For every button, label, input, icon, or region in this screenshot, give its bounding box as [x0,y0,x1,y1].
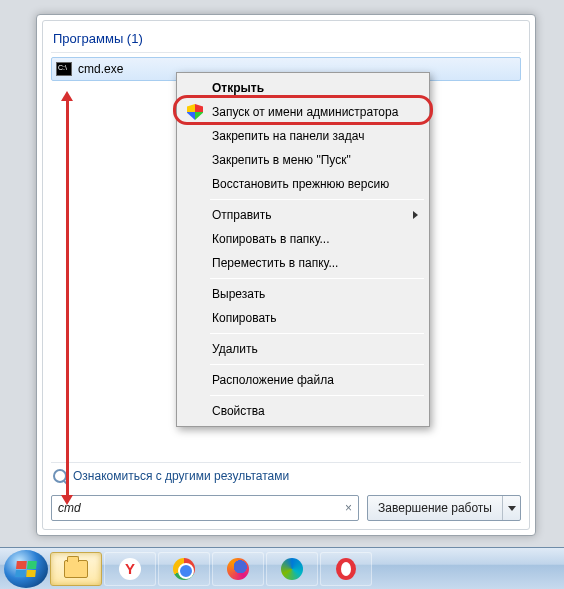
yandex-icon: Y [119,558,141,580]
ctx-separator [210,333,424,334]
context-menu: Открыть Запуск от имени администратора З… [176,72,430,427]
chevron-down-icon [508,506,516,511]
ctx-copy[interactable]: Копировать [180,306,426,330]
opera-icon [336,558,356,580]
ctx-separator [210,395,424,396]
ctx-file-location[interactable]: Расположение файла [180,368,426,392]
ctx-properties[interactable]: Свойства [180,399,426,423]
ctx-delete[interactable]: Удалить [180,337,426,361]
taskbar-chrome[interactable] [158,552,210,586]
ctx-pin-start[interactable]: Закрепить в меню "Пуск" [180,148,426,172]
ctx-pin-taskbar[interactable]: Закрепить на панели задач [180,124,426,148]
shutdown-options-arrow[interactable] [502,496,520,520]
ctx-separator [210,278,424,279]
shutdown-label: Завершение работы [368,501,502,515]
shield-icon [186,103,204,121]
chrome-icon [173,558,195,580]
ctx-open[interactable]: Открыть [180,76,426,100]
start-button[interactable] [4,550,48,588]
ctx-move-to-folder[interactable]: Переместить в папку... [180,251,426,275]
ctx-cut[interactable]: Вырезать [180,282,426,306]
taskbar-yandex[interactable]: Y [104,552,156,586]
search-box[interactable]: × [51,495,359,521]
taskbar-firefox[interactable] [212,552,264,586]
search-icon [53,469,67,483]
ctx-separator [210,199,424,200]
shutdown-button[interactable]: Завершение работы [367,495,521,521]
see-more-results[interactable]: Ознакомиться с другими результатами [51,462,521,489]
search-input[interactable] [58,501,345,515]
ctx-separator [210,364,424,365]
windows-logo-icon [15,561,37,577]
edge-icon [281,558,303,580]
clear-search-button[interactable]: × [345,501,352,515]
firefox-icon [227,558,249,580]
annotation-arrow [66,100,69,496]
cmd-icon [56,62,72,76]
taskbar-explorer[interactable] [50,552,102,586]
search-result-label: cmd.exe [78,62,123,76]
ctx-run-as-admin[interactable]: Запуск от имени администратора [180,100,426,124]
taskbar-opera[interactable] [320,552,372,586]
ctx-run-as-admin-label: Запуск от имени администратора [212,105,398,119]
taskbar: Y [0,547,564,589]
see-more-label: Ознакомиться с другими результатами [73,469,289,483]
taskbar-edge[interactable] [266,552,318,586]
ctx-restore-previous[interactable]: Восстановить прежнюю версию [180,172,426,196]
ctx-copy-to-folder[interactable]: Копировать в папку... [180,227,426,251]
ctx-send-to[interactable]: Отправить [180,203,426,227]
start-bottom-row: × Завершение работы [51,495,521,521]
results-group-header: Программы (1) [51,27,521,53]
folder-icon [64,560,88,578]
